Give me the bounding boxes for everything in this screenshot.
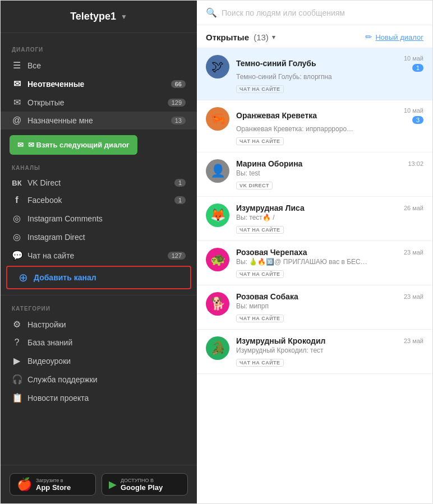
avatar: 🐕 [206, 292, 229, 316]
mail-icon: ✉ [12, 78, 22, 89]
dialog-preview: Вы: test [236, 169, 423, 177]
sidebar-item-all[interactable]: ☰ Все [1, 56, 197, 75]
channels-section-label: КАНАЛЫ [1, 160, 197, 174]
settings-icon: ⚙ [12, 319, 22, 330]
appstore-badge[interactable]: 🍎 Загрузите в App Store [10, 473, 96, 496]
dialog-item[interactable]: 🐢 Розовая Черепаха 23 май Вы: 🍐🔥🔟@ ПРИГЛ… [197, 241, 432, 285]
dialog-content: Розовая Собака 23 май Вы: мипрп ЧАТ НА С… [236, 292, 423, 322]
avatar: 🐢 [206, 248, 229, 271]
sidebar-item-assigned-label: Назначенные мне [27, 116, 93, 125]
all-icon: ☰ [12, 60, 22, 71]
next-dialog-button[interactable]: ✉ ✉ Взять следующий диалог [10, 135, 137, 155]
sidebar-item-knowledge-label: База знаний [27, 338, 72, 347]
appstore-small-text: Загрузите в [36, 478, 71, 483]
sidebar-item-vk[interactable]: ВК VK Direct 1 [1, 174, 197, 191]
knowledge-icon: ? [12, 337, 22, 348]
avatar: 🦊 [206, 204, 229, 227]
sidebar-item-ig-direct[interactable]: ◎ Instagram Direct [1, 228, 197, 246]
new-dialog-button[interactable]: ✏ Новый диалог [365, 32, 423, 42]
sidebar-header: Teletype1 ▼ [1, 1, 197, 33]
sidebar-item-video[interactable]: ▶ Видеоуроки [1, 352, 197, 370]
app-title: Teletype1 [70, 11, 116, 22]
sidebar-item-news[interactable]: 📋 Новости проекта [1, 389, 197, 407]
google-play-icon: ▶ [109, 478, 117, 491]
dialog-content: Темно-синий Голубь 10 май 1 Темно-синий … [236, 55, 423, 93]
dialogs-title: Открытые (13) ▾ [206, 33, 275, 42]
sidebar-item-open[interactable]: ✉ Открытые 129 [1, 93, 197, 112]
dialog-content: Изумрудная Лиса 26 май Вы: тест🔥 / ЧАТ Н… [236, 204, 423, 234]
dialog-name: Изумрудная Лиса [236, 204, 305, 212]
chevron-down-icon[interactable]: ▼ [121, 13, 127, 21]
dialog-content: Розовая Черепаха 23 май Вы: 🍐🔥🔟@ ПРИГЛАШ… [236, 248, 423, 278]
dialog-preview: Вы: 🍐🔥🔟@ ПРИГЛАШАЮ вас в БЕС… [236, 258, 423, 266]
sidebar-item-video-label: Видеоуроки [27, 357, 71, 366]
dialog-item[interactable]: 🦊 Изумрудная Лиса 26 май Вы: тест🔥 / ЧАТ… [197, 197, 432, 241]
dialog-name: Изумрудный Крокодил [236, 336, 325, 345]
dialog-preview: Оранжевая Креветка: ипрпаррроро… [236, 125, 423, 133]
vk-badge: 1 [174, 179, 186, 187]
dialog-item[interactable]: 🐕 Розовая Собака 23 май Вы: мипрп ЧАТ НА… [197, 285, 432, 330]
dialog-tag: VK DIRECT [236, 182, 273, 189]
dialog-item[interactable]: 🐊 Изумрудный Крокодил 23 май Изумрудный … [197, 330, 432, 374]
sidebar-item-chat-label: Чат на сайте [27, 251, 74, 260]
support-icon: 🎧 [12, 374, 22, 385]
sidebar-item-ig-comments-label: Instagram Comments [27, 214, 103, 223]
open-badge: 129 [168, 99, 186, 107]
new-dialog-label: Новый диалог [375, 33, 423, 41]
search-input[interactable] [222, 8, 423, 17]
sidebar-item-ig-comments[interactable]: ◎ Instagram Comments [1, 209, 197, 228]
sidebar-item-support[interactable]: 🎧 Служба поддержки [1, 370, 197, 389]
dialog-date: 23 май [404, 337, 423, 344]
facebook-badge: 1 [174, 196, 186, 204]
dialog-date: 26 май [404, 205, 423, 211]
dialog-date: 23 май [404, 249, 423, 256]
search-icon: 🔍 [206, 7, 217, 18]
sidebar-item-knowledge[interactable]: ? База знаний [1, 334, 197, 352]
sidebar-item-facebook[interactable]: f Facebook 1 [1, 191, 197, 209]
sidebar-item-all-label: Все [27, 61, 41, 70]
dialog-badge: 3 [412, 116, 423, 124]
dialog-content: Оранжевая Креветка 10 май 3 Оранжевая Кр… [236, 107, 423, 145]
next-dialog-label: ✉ Взять следующий диалог [28, 141, 130, 149]
sidebar-item-news-label: Новости проекта [27, 394, 89, 403]
sidebar-item-chat[interactable]: 💬 Чат на сайте 127 [1, 246, 197, 265]
main-content: 🔍 Открытые (13) ▾ ✏ Новый диалог 🕊 Темно… [197, 1, 432, 503]
dialog-date: 13:02 [408, 160, 423, 167]
dialog-tag: ЧАТ НА САЙТЕ [236, 359, 284, 367]
facebook-icon: f [12, 195, 22, 205]
dialog-item[interactable]: 🕊 Темно-синий Голубь 10 май 1 Темно-сини… [197, 48, 432, 100]
add-channel-label: Добавить канал [34, 273, 96, 282]
sidebar-item-assigned[interactable]: @ Назначенные мне 13 [1, 112, 197, 130]
sidebar-item-unanswered[interactable]: ✉ Неотвеченные 66 [1, 75, 197, 93]
dialog-item[interactable]: 👤 Марина Оборина 13:02 Вы: test VK DIREC… [197, 152, 432, 197]
sidebar-item-open-label: Открытые [27, 98, 65, 107]
dialog-content: Изумрудный Крокодил 23 май Изумрудный Кр… [236, 336, 423, 367]
avatar: 🐊 [206, 336, 229, 360]
instagram-direct-icon: ◎ [12, 232, 22, 242]
add-channel-item[interactable]: ⊕ Добавить канал [6, 266, 191, 289]
sidebar-footer: 🍎 Загрузите в App Store ▶ ДОСТУПНО В Goo… [1, 465, 197, 503]
dialog-list: 🕊 Темно-синий Голубь 10 май 1 Темно-сини… [197, 48, 432, 503]
dialog-preview: Вы: мипрп [236, 302, 423, 310]
dialogs-chevron-icon[interactable]: ▾ [272, 34, 275, 41]
dialog-tag: ЧАТ НА САЙТЕ [236, 270, 284, 278]
avatar: 👤 [206, 159, 229, 183]
sidebar-item-settings[interactable]: ⚙ Настройки [1, 315, 197, 334]
dialogs-count: (13) [254, 33, 269, 42]
dialog-name: Марина Оборина [236, 159, 302, 168]
apple-icon: 🍎 [17, 477, 32, 492]
assigned-icon: @ [12, 115, 22, 126]
dialog-date: 10 май [404, 107, 423, 114]
dialog-tag: ЧАТ НА САЙТЕ [236, 85, 284, 93]
sidebar-item-ig-direct-label: Instagram Direct [27, 233, 85, 242]
sidebar-content: ДИАЛОГИ ☰ Все ✉ Неотвеченные 66 ✉ Открыт… [1, 33, 197, 465]
chat-badge: 127 [168, 252, 186, 260]
dialog-tag: ЧАТ НА САЙТЕ [236, 315, 284, 322]
next-dialog-icon: ✉ [17, 141, 24, 149]
chat-icon: 💬 [12, 250, 22, 261]
dialog-item[interactable]: 🦐 Оранжевая Креветка 10 май 3 Оранжевая … [197, 100, 432, 152]
instagram-comments-icon: ◎ [12, 213, 22, 224]
dialog-tag: ЧАТ НА САЙТЕ [236, 137, 284, 145]
dialogs-section-label: ДИАЛОГИ [1, 42, 197, 56]
googleplay-badge[interactable]: ▶ ДОСТУПНО В Google Play [102, 473, 188, 496]
